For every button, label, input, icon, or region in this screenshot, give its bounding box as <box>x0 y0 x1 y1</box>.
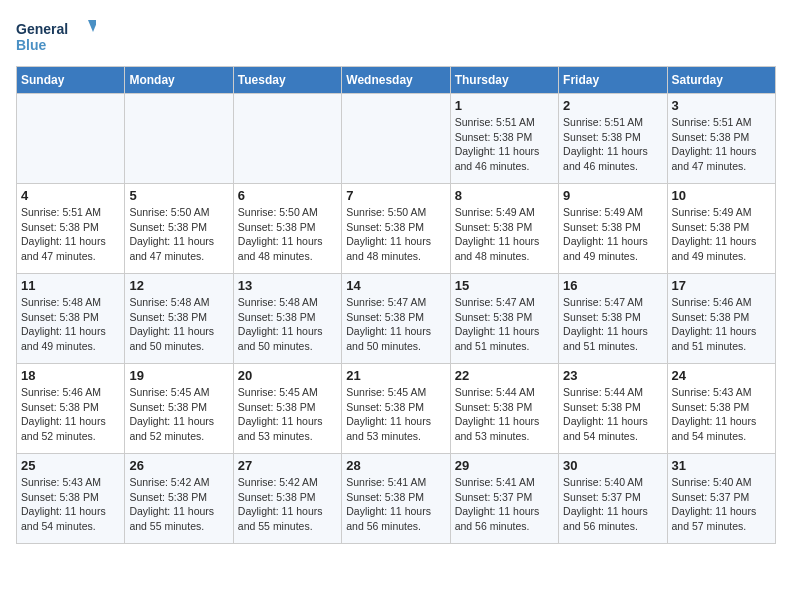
logo-svg: General Blue <box>16 16 96 56</box>
calendar-cell: 24Sunrise: 5:43 AM Sunset: 5:38 PM Dayli… <box>667 364 775 454</box>
day-number: 30 <box>563 458 662 473</box>
day-info: Sunrise: 5:45 AM Sunset: 5:38 PM Dayligh… <box>238 385 337 444</box>
day-info: Sunrise: 5:40 AM Sunset: 5:37 PM Dayligh… <box>563 475 662 534</box>
calendar-cell: 23Sunrise: 5:44 AM Sunset: 5:38 PM Dayli… <box>559 364 667 454</box>
calendar-cell <box>342 94 450 184</box>
day-info: Sunrise: 5:42 AM Sunset: 5:38 PM Dayligh… <box>238 475 337 534</box>
day-number: 31 <box>672 458 771 473</box>
calendar-cell: 2Sunrise: 5:51 AM Sunset: 5:38 PM Daylig… <box>559 94 667 184</box>
page-header: General Blue <box>16 16 776 56</box>
day-info: Sunrise: 5:47 AM Sunset: 5:38 PM Dayligh… <box>563 295 662 354</box>
calendar-cell: 13Sunrise: 5:48 AM Sunset: 5:38 PM Dayli… <box>233 274 341 364</box>
day-info: Sunrise: 5:50 AM Sunset: 5:38 PM Dayligh… <box>346 205 445 264</box>
day-number: 22 <box>455 368 554 383</box>
calendar-cell: 21Sunrise: 5:45 AM Sunset: 5:38 PM Dayli… <box>342 364 450 454</box>
day-info: Sunrise: 5:46 AM Sunset: 5:38 PM Dayligh… <box>21 385 120 444</box>
day-number: 9 <box>563 188 662 203</box>
calendar-week-row: 25Sunrise: 5:43 AM Sunset: 5:38 PM Dayli… <box>17 454 776 544</box>
day-info: Sunrise: 5:48 AM Sunset: 5:38 PM Dayligh… <box>129 295 228 354</box>
calendar-cell: 29Sunrise: 5:41 AM Sunset: 5:37 PM Dayli… <box>450 454 558 544</box>
svg-marker-2 <box>88 20 96 32</box>
day-info: Sunrise: 5:40 AM Sunset: 5:37 PM Dayligh… <box>672 475 771 534</box>
calendar-week-row: 18Sunrise: 5:46 AM Sunset: 5:38 PM Dayli… <box>17 364 776 454</box>
calendar-week-row: 4Sunrise: 5:51 AM Sunset: 5:38 PM Daylig… <box>17 184 776 274</box>
calendar-header: SundayMondayTuesdayWednesdayThursdayFrid… <box>17 67 776 94</box>
day-number: 25 <box>21 458 120 473</box>
day-info: Sunrise: 5:49 AM Sunset: 5:38 PM Dayligh… <box>563 205 662 264</box>
day-number: 7 <box>346 188 445 203</box>
day-info: Sunrise: 5:42 AM Sunset: 5:38 PM Dayligh… <box>129 475 228 534</box>
svg-text:General: General <box>16 21 68 37</box>
day-number: 13 <box>238 278 337 293</box>
day-number: 6 <box>238 188 337 203</box>
calendar-week-row: 1Sunrise: 5:51 AM Sunset: 5:38 PM Daylig… <box>17 94 776 184</box>
calendar-cell <box>125 94 233 184</box>
day-info: Sunrise: 5:45 AM Sunset: 5:38 PM Dayligh… <box>346 385 445 444</box>
day-number: 12 <box>129 278 228 293</box>
day-info: Sunrise: 5:51 AM Sunset: 5:38 PM Dayligh… <box>455 115 554 174</box>
calendar-cell: 5Sunrise: 5:50 AM Sunset: 5:38 PM Daylig… <box>125 184 233 274</box>
day-info: Sunrise: 5:41 AM Sunset: 5:37 PM Dayligh… <box>455 475 554 534</box>
day-number: 5 <box>129 188 228 203</box>
logo: General Blue <box>16 16 96 56</box>
day-info: Sunrise: 5:51 AM Sunset: 5:38 PM Dayligh… <box>21 205 120 264</box>
day-info: Sunrise: 5:47 AM Sunset: 5:38 PM Dayligh… <box>455 295 554 354</box>
calendar-cell: 22Sunrise: 5:44 AM Sunset: 5:38 PM Dayli… <box>450 364 558 454</box>
calendar-cell: 19Sunrise: 5:45 AM Sunset: 5:38 PM Dayli… <box>125 364 233 454</box>
header-day-monday: Monday <box>125 67 233 94</box>
calendar-cell: 16Sunrise: 5:47 AM Sunset: 5:38 PM Dayli… <box>559 274 667 364</box>
day-number: 16 <box>563 278 662 293</box>
calendar-cell: 18Sunrise: 5:46 AM Sunset: 5:38 PM Dayli… <box>17 364 125 454</box>
day-info: Sunrise: 5:50 AM Sunset: 5:38 PM Dayligh… <box>129 205 228 264</box>
day-number: 28 <box>346 458 445 473</box>
day-number: 21 <box>346 368 445 383</box>
day-number: 17 <box>672 278 771 293</box>
day-number: 19 <box>129 368 228 383</box>
day-number: 11 <box>21 278 120 293</box>
header-row: SundayMondayTuesdayWednesdayThursdayFrid… <box>17 67 776 94</box>
calendar-body: 1Sunrise: 5:51 AM Sunset: 5:38 PM Daylig… <box>17 94 776 544</box>
calendar-cell: 12Sunrise: 5:48 AM Sunset: 5:38 PM Dayli… <box>125 274 233 364</box>
calendar-cell: 26Sunrise: 5:42 AM Sunset: 5:38 PM Dayli… <box>125 454 233 544</box>
day-info: Sunrise: 5:41 AM Sunset: 5:38 PM Dayligh… <box>346 475 445 534</box>
day-number: 15 <box>455 278 554 293</box>
calendar-cell: 27Sunrise: 5:42 AM Sunset: 5:38 PM Dayli… <box>233 454 341 544</box>
calendar-cell: 15Sunrise: 5:47 AM Sunset: 5:38 PM Dayli… <box>450 274 558 364</box>
day-number: 4 <box>21 188 120 203</box>
header-day-tuesday: Tuesday <box>233 67 341 94</box>
day-number: 1 <box>455 98 554 113</box>
svg-text:Blue: Blue <box>16 37 47 53</box>
calendar-cell: 7Sunrise: 5:50 AM Sunset: 5:38 PM Daylig… <box>342 184 450 274</box>
calendar-cell: 30Sunrise: 5:40 AM Sunset: 5:37 PM Dayli… <box>559 454 667 544</box>
day-number: 23 <box>563 368 662 383</box>
calendar-cell: 10Sunrise: 5:49 AM Sunset: 5:38 PM Dayli… <box>667 184 775 274</box>
calendar-cell: 25Sunrise: 5:43 AM Sunset: 5:38 PM Dayli… <box>17 454 125 544</box>
calendar-cell: 9Sunrise: 5:49 AM Sunset: 5:38 PM Daylig… <box>559 184 667 274</box>
day-number: 29 <box>455 458 554 473</box>
header-day-friday: Friday <box>559 67 667 94</box>
calendar-cell: 14Sunrise: 5:47 AM Sunset: 5:38 PM Dayli… <box>342 274 450 364</box>
calendar-cell: 28Sunrise: 5:41 AM Sunset: 5:38 PM Dayli… <box>342 454 450 544</box>
calendar-cell <box>17 94 125 184</box>
calendar-cell: 6Sunrise: 5:50 AM Sunset: 5:38 PM Daylig… <box>233 184 341 274</box>
day-info: Sunrise: 5:51 AM Sunset: 5:38 PM Dayligh… <box>563 115 662 174</box>
header-day-wednesday: Wednesday <box>342 67 450 94</box>
header-day-saturday: Saturday <box>667 67 775 94</box>
calendar-cell: 20Sunrise: 5:45 AM Sunset: 5:38 PM Dayli… <box>233 364 341 454</box>
day-number: 14 <box>346 278 445 293</box>
day-number: 8 <box>455 188 554 203</box>
day-info: Sunrise: 5:47 AM Sunset: 5:38 PM Dayligh… <box>346 295 445 354</box>
day-info: Sunrise: 5:43 AM Sunset: 5:38 PM Dayligh… <box>21 475 120 534</box>
day-number: 26 <box>129 458 228 473</box>
day-number: 27 <box>238 458 337 473</box>
day-number: 2 <box>563 98 662 113</box>
calendar-cell <box>233 94 341 184</box>
day-info: Sunrise: 5:49 AM Sunset: 5:38 PM Dayligh… <box>672 205 771 264</box>
calendar-cell: 1Sunrise: 5:51 AM Sunset: 5:38 PM Daylig… <box>450 94 558 184</box>
day-number: 3 <box>672 98 771 113</box>
day-number: 10 <box>672 188 771 203</box>
calendar-cell: 31Sunrise: 5:40 AM Sunset: 5:37 PM Dayli… <box>667 454 775 544</box>
calendar-cell: 8Sunrise: 5:49 AM Sunset: 5:38 PM Daylig… <box>450 184 558 274</box>
day-info: Sunrise: 5:48 AM Sunset: 5:38 PM Dayligh… <box>238 295 337 354</box>
day-info: Sunrise: 5:45 AM Sunset: 5:38 PM Dayligh… <box>129 385 228 444</box>
